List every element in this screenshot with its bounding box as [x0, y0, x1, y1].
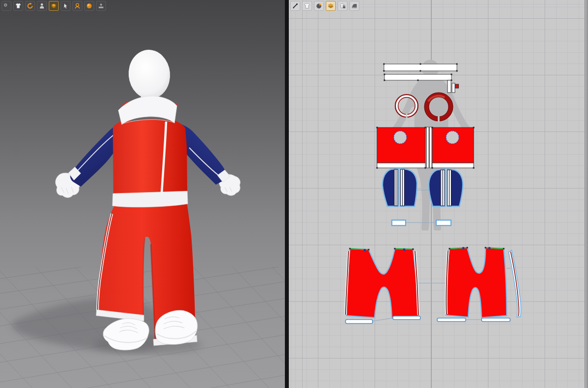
- app-window: [0, 0, 588, 388]
- needle-icon: [292, 2, 299, 9]
- pants-back-pair[interactable]: [446, 247, 507, 318]
- head-icon: [74, 2, 81, 9]
- measure-tool-button[interactable]: [96, 1, 106, 11]
- garment-tool-button-2d[interactable]: [302, 1, 312, 11]
- fabric-icon: [50, 2, 57, 9]
- avatar-tool-button[interactable]: [37, 1, 47, 11]
- toolbar-3d: [1, 1, 106, 11]
- body-front-left[interactable]: [377, 127, 426, 169]
- pin-tool-button[interactable]: [1, 1, 11, 11]
- collar-band-inner[interactable]: [384, 74, 452, 81]
- cursor-icon: [62, 2, 69, 9]
- body-front-right[interactable]: [432, 127, 475, 169]
- sync-arrows-icon: [27, 2, 34, 9]
- 3d-scene: [0, 0, 285, 388]
- select-tool-button[interactable]: [61, 1, 70, 11]
- pin-icon: [3, 2, 10, 9]
- 2d-scene: [289, 0, 588, 388]
- globe-info-button[interactable]: [314, 1, 324, 11]
- cuff-left[interactable]: [392, 220, 406, 226]
- jacket-hem-band: [112, 191, 188, 207]
- garment-lock-button[interactable]: [338, 1, 347, 11]
- garment-tool-button[interactable]: [13, 1, 23, 11]
- fabric-icon: [327, 2, 334, 9]
- needle-tool-button[interactable]: [290, 1, 300, 11]
- sphere-icon: [86, 2, 93, 9]
- press-icon: [351, 2, 358, 9]
- shirt-lock-icon: [339, 2, 346, 9]
- shirt-icon: [304, 2, 311, 9]
- zip-guard-small[interactable]: [448, 80, 455, 93]
- toolbar-2d: [290, 1, 359, 11]
- pants-front-pair[interactable]: [346, 248, 418, 319]
- jacket-body: [112, 119, 188, 207]
- shirt-icon: [15, 2, 22, 9]
- pants-side-stripe[interactable]: [509, 250, 521, 317]
- sphere-display-button[interactable]: [84, 1, 94, 11]
- sync-tool-button[interactable]: [25, 1, 35, 11]
- panel-edge-scroll-strip[interactable]: [585, 0, 588, 388]
- zip-pull-red[interactable]: [455, 84, 459, 88]
- fabric-tool-button[interactable]: [49, 1, 59, 11]
- head-display-button[interactable]: [72, 1, 82, 11]
- globe-info-icon: [315, 2, 322, 9]
- sleeve-left-pair[interactable]: [382, 169, 417, 207]
- 3d-viewport[interactable]: [0, 0, 285, 388]
- collar-band-outer[interactable]: [383, 64, 458, 72]
- sleeve-right-pair[interactable]: [429, 169, 463, 206]
- cuff-right[interactable]: [436, 220, 451, 226]
- 2d-pattern-canvas[interactable]: [289, 0, 588, 388]
- person-icon: [38, 2, 45, 9]
- fabric-tool-button-2d[interactable]: [326, 1, 336, 11]
- measure-icon: [98, 2, 104, 9]
- press-tool-button[interactable]: [349, 1, 359, 11]
